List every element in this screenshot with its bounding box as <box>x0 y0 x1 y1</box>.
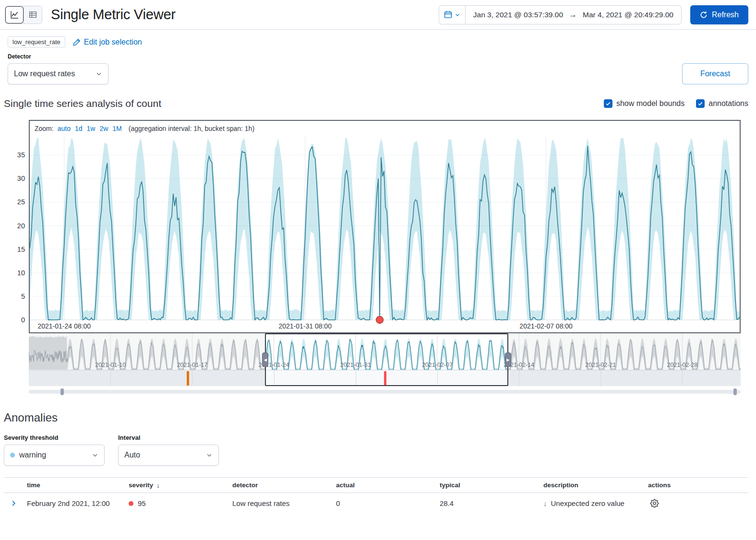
show-model-bounds-label: show model bounds <box>616 99 684 108</box>
annotations-checkbox[interactable]: annotations <box>696 99 748 108</box>
time-series-chart-area: 05101520253035 Zoom: auto1d1w2w1M (aggre… <box>29 120 741 394</box>
aggregation-note: (aggregation interval: 1h, bucket span: … <box>129 125 254 132</box>
swimlane-anomaly-marker[interactable] <box>187 371 189 386</box>
chevron-down-icon <box>206 452 213 458</box>
col-header-detector: detector <box>232 481 336 489</box>
view-toggle-group <box>5 6 42 24</box>
anomalies-table: time severity ↓ detector actual typical … <box>4 477 748 514</box>
brush-selection[interactable]: ◀ ▶ <box>265 333 508 386</box>
y-axis-label: 20 <box>17 222 25 230</box>
anomaly-time: February 2nd 2021, 12:00 <box>27 499 129 507</box>
table-icon <box>29 11 37 19</box>
swimlane-gridline <box>192 370 192 386</box>
line-chart-icon <box>11 11 19 19</box>
interval-select[interactable]: Auto <box>118 445 219 466</box>
x-axis-label: 2021-01-31 08:00 <box>278 322 332 330</box>
pencil-icon <box>73 38 81 46</box>
anomaly-typical: 28.4 <box>440 499 543 507</box>
end-date[interactable]: Mar 4, 2021 @ 20:49:29.00 <box>583 11 673 19</box>
context-date-label: 2021-01-17 <box>177 362 207 368</box>
interval-label: Interval <box>118 434 219 441</box>
y-axis-label: 0 <box>21 316 25 324</box>
zoom-option-1d[interactable]: 1d <box>75 125 83 132</box>
x-axis-label: 2021-01-24 08:00 <box>37 322 91 330</box>
zoom-controls: Zoom: auto1d1w2w1M (aggregation interval… <box>30 121 740 136</box>
detector-select[interactable]: Low request rates <box>8 63 108 84</box>
col-header-actions: actions <box>648 481 748 489</box>
col-header-time: time <box>27 481 129 489</box>
anomalies-controls: Severity threshold warning Interval Auto <box>4 434 748 466</box>
swimlane-gridline <box>110 370 111 386</box>
severity-threshold-value: warning <box>19 451 46 459</box>
expand-row-chevron-icon[interactable] <box>10 500 27 507</box>
severity-warning-dot <box>10 453 15 458</box>
arrow-right-icon: → <box>569 10 577 20</box>
gear-icon <box>650 499 659 508</box>
calendar-button[interactable] <box>439 6 466 24</box>
arrow-down-icon: ↓ <box>543 499 547 507</box>
chart-view-button[interactable] <box>5 6 24 23</box>
anomaly-table-row: February 2nd 2021, 12:00 95 Low request … <box>4 493 748 514</box>
checkbox-checked-icon <box>696 99 705 108</box>
page-title: Single Metric Viewer <box>51 7 176 23</box>
range-slider-thumb-left[interactable] <box>60 388 64 395</box>
swimlane-gridline <box>600 370 601 386</box>
sort-desc-icon: ↓ <box>156 481 160 489</box>
range-slider-track[interactable] <box>29 390 741 394</box>
y-axis-label: 35 <box>17 151 25 159</box>
y-axis-label: 15 <box>17 246 25 253</box>
zoom-option-1M[interactable]: 1M <box>112 125 121 132</box>
brush-handle-left[interactable]: ◀ <box>262 352 268 367</box>
col-header-description: description <box>543 481 648 489</box>
y-axis-label: 25 <box>17 198 25 206</box>
chevron-down-icon <box>96 70 102 77</box>
refresh-button[interactable]: Refresh <box>690 5 748 24</box>
edit-job-selection-link[interactable]: Edit job selection <box>73 38 142 47</box>
col-header-severity[interactable]: severity ↓ <box>129 481 232 489</box>
forecast-button[interactable]: Forecast <box>682 63 748 84</box>
detector-field: Detector Low request rates <box>8 53 108 84</box>
zoom-option-2w[interactable]: 2w <box>99 125 108 132</box>
swimlane-gridline <box>682 370 683 386</box>
col-header-typical: typical <box>440 481 543 489</box>
main-chart-svg[interactable] <box>30 136 740 320</box>
chevron-down-icon <box>92 452 98 458</box>
context-date-label: 2021-02-21 <box>585 362 616 368</box>
row-actions-button[interactable] <box>648 498 661 509</box>
checkbox-checked-icon <box>604 99 612 108</box>
start-date[interactable]: Jan 3, 2021 @ 03:57:39.00 <box>473 11 563 19</box>
edit-job-selection-label: Edit job selection <box>84 38 142 47</box>
context-date-label: 2021-02-28 <box>667 362 697 368</box>
detector-selected-value: Low request rates <box>14 70 75 78</box>
context-date-label: 2021-01-10 <box>95 362 126 368</box>
anomaly-description: Unexpected zero value <box>551 499 624 507</box>
anomaly-detector: Low request rates <box>232 499 336 507</box>
x-axis-label: 2021-02-07 08:00 <box>519 322 573 330</box>
x-axis: 2021-01-24 08:002021-01-31 08:002021-02-… <box>30 320 740 332</box>
y-axis-label: 30 <box>17 175 25 182</box>
anomalies-section: Anomalies Severity threshold warning Int… <box>0 394 756 514</box>
severity-threshold-label: Severity threshold <box>4 434 105 441</box>
refresh-icon <box>700 11 708 19</box>
series-section-header: Single time series analysis of count sho… <box>0 84 756 115</box>
job-badge: low_request_rate <box>8 36 65 47</box>
zoom-option-auto[interactable]: auto <box>58 125 71 132</box>
anomaly-actual: 0 <box>336 499 440 507</box>
zoom-option-1w[interactable]: 1w <box>87 125 96 132</box>
date-picker: Jan 3, 2021 @ 03:57:39.00 → Mar 4, 2021 … <box>439 5 682 24</box>
zoom-label: Zoom: <box>35 125 54 132</box>
show-model-bounds-checkbox[interactable]: show model bounds <box>604 99 684 108</box>
calendar-icon <box>444 11 452 19</box>
y-axis-label: 5 <box>21 293 25 300</box>
swimlane-gridline <box>519 370 519 386</box>
y-axis: 05101520253035 <box>10 136 25 320</box>
series-title: Single time series analysis of count <box>4 98 161 109</box>
range-slider-thumb-right[interactable] <box>733 388 737 395</box>
table-view-button[interactable] <box>24 6 42 23</box>
context-chart[interactable]: 2021-01-102021-01-172021-01-242021-01-31… <box>29 333 741 386</box>
y-axis-label: 10 <box>17 269 25 277</box>
anomalies-table-header: time severity ↓ detector actual typical … <box>4 477 748 493</box>
brush-handle-right[interactable]: ▶ <box>505 352 511 367</box>
main-chart-container: Zoom: auto1d1w2w1M (aggregation interval… <box>29 120 741 333</box>
severity-threshold-select[interactable]: warning <box>4 445 105 466</box>
